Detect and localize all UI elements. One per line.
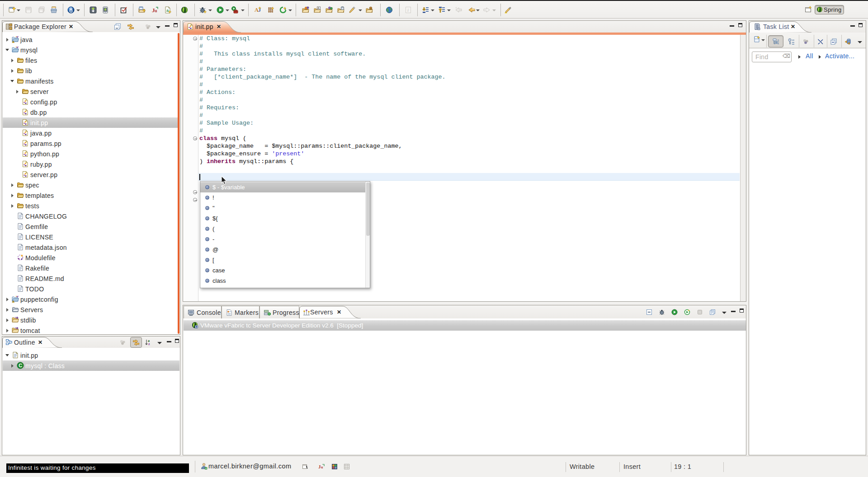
svg-text:u: u [321,465,323,469]
svg-text:C: C [19,363,22,368]
svg-text:z: z [148,342,150,346]
svg-text:i: i [407,7,409,13]
svg-text:A: A [318,7,320,9]
svg-text:u: u [155,8,157,13]
